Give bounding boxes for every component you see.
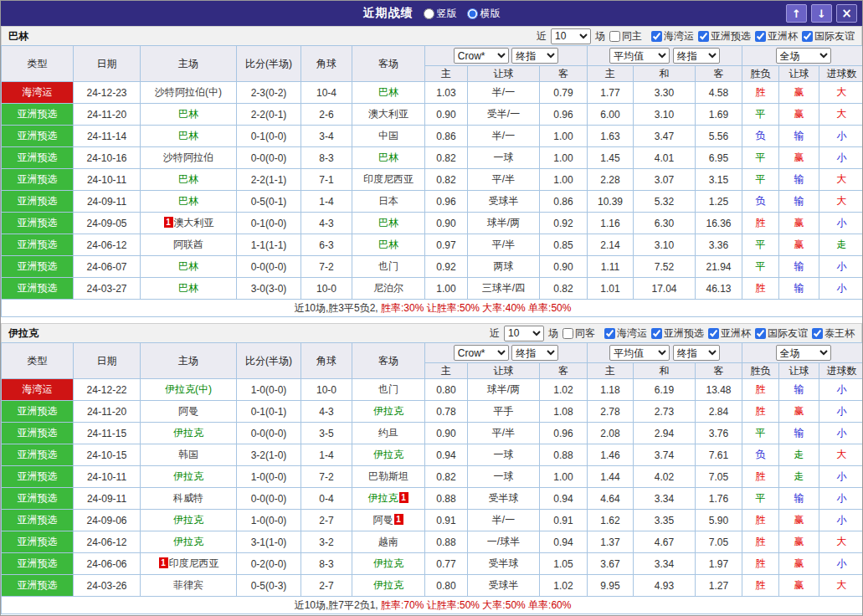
- odds-away: 0.94: [540, 488, 588, 510]
- odds-home: 1.00: [425, 278, 468, 300]
- same-venue-checkbox-input[interactable]: [562, 328, 573, 339]
- league-filter-input[interactable]: [651, 31, 662, 42]
- league-filter-checkbox[interactable]: 泰王杯: [812, 326, 855, 341]
- same-venue-checkbox-input[interactable]: [609, 31, 620, 42]
- team-name-text: 巴林: [178, 282, 198, 294]
- league-filter-input[interactable]: [812, 328, 823, 339]
- result-handicap: 走: [779, 444, 819, 466]
- avg-away: 16.36: [696, 213, 742, 234]
- match-count-select[interactable]: 10: [551, 28, 591, 44]
- league-filter-input[interactable]: [698, 31, 709, 42]
- scope-select[interactable]: 全场: [776, 345, 831, 361]
- result-goals: 小: [819, 213, 863, 234]
- league-filter-checkbox[interactable]: 亚洲预选: [698, 29, 751, 44]
- average-source-select[interactable]: 平均值: [609, 48, 670, 64]
- result-handicap: 赢: [779, 510, 819, 531]
- odds-source-select[interactable]: Crow*: [454, 345, 509, 361]
- layout-horizontal-radio-input[interactable]: [467, 8, 478, 19]
- league-filter-checkbox[interactable]: 海湾运: [604, 326, 647, 341]
- avg-draw: 3.30: [634, 82, 696, 104]
- match-type-badge: 海湾运: [2, 379, 74, 401]
- odds-away: 1.02: [540, 379, 588, 401]
- result-goals: 小: [819, 553, 863, 575]
- match-type-badge: 亚洲预选: [2, 213, 74, 234]
- layout-horizontal-radio[interactable]: 横版: [467, 7, 501, 21]
- result-handicap: 赢: [779, 401, 819, 423]
- odds-time-select[interactable]: 终指: [511, 48, 558, 64]
- league-filter-checkbox[interactable]: 亚洲杯: [755, 29, 798, 44]
- league-filter-input[interactable]: [755, 328, 766, 339]
- corner-count: 2-6: [301, 104, 352, 126]
- league-filter-input[interactable]: [708, 328, 719, 339]
- league-filter-checkbox[interactable]: 国际友谊: [802, 29, 855, 44]
- team-name-text: 巴林: [178, 173, 198, 185]
- sub-header-odds-away: 客: [540, 363, 588, 379]
- odds-time-select[interactable]: 终指: [511, 345, 558, 361]
- move-up-button[interactable]: ↑: [786, 4, 807, 23]
- table-header: 类型 日期 主场 比分(半场) 角球 客场 Crow* 终指 平均值 终指: [2, 343, 863, 379]
- league-filter-input[interactable]: [755, 31, 766, 42]
- odds-handicap: 受半球: [468, 488, 540, 510]
- away-team-cell: 尼泊尔: [352, 278, 425, 300]
- avg-draw: 2.94: [634, 423, 696, 444]
- avg-home: 1.37: [588, 531, 634, 553]
- league-filter-input[interactable]: [802, 31, 813, 42]
- match-type-badge: 亚洲预选: [2, 531, 74, 553]
- league-filter-checkbox[interactable]: 亚洲杯: [708, 326, 751, 341]
- league-filter-checkbox[interactable]: 亚洲预选: [651, 326, 704, 341]
- league-filter-label: 海湾运: [664, 29, 694, 44]
- result-goals: 小: [819, 256, 863, 278]
- result-goals: 大: [819, 444, 863, 466]
- team-name-text: 巴林: [378, 239, 398, 250]
- avg-home: 1.44: [588, 466, 634, 488]
- filters: 近 10 场 同客 海湾运亚洲预选亚洲杯国际友谊泰王杯: [490, 326, 855, 341]
- odds-source-select[interactable]: Crow*: [454, 48, 509, 64]
- average-source-select[interactable]: 平均值: [609, 345, 670, 361]
- same-venue-checkbox[interactable]: 同主: [609, 29, 642, 44]
- avg-away: 4.58: [696, 82, 742, 104]
- team-name-text: 伊拉克(中): [165, 383, 212, 395]
- same-venue-checkbox[interactable]: 同客: [562, 326, 595, 341]
- result-winloss: 胜: [742, 531, 779, 553]
- layout-vertical-radio-input[interactable]: [424, 8, 434, 19]
- odds-handicap: 受半球: [468, 553, 540, 575]
- team-name-text: 尼泊尔: [373, 282, 403, 294]
- avg-away: 5.90: [696, 510, 742, 531]
- result-goals: 小: [819, 510, 863, 531]
- avg-away: 1.69: [696, 104, 742, 126]
- avg-away: 1.25: [696, 191, 742, 213]
- close-button[interactable]: ×: [836, 4, 857, 23]
- odds-away: 0.88: [540, 444, 588, 466]
- result-winloss: 负: [742, 126, 779, 147]
- average-time-select[interactable]: 终指: [673, 48, 720, 64]
- odds-handicap: 半/一: [468, 82, 540, 104]
- layout-vertical-label: 竖版: [437, 7, 457, 21]
- corner-count: 8-3: [301, 553, 352, 575]
- col-header-home: 主场: [141, 46, 237, 82]
- result-handicap: 赢: [779, 553, 819, 575]
- league-filter-checkbox[interactable]: 海湾运: [651, 29, 694, 44]
- layout-vertical-radio[interactable]: 竖版: [424, 7, 457, 21]
- match-count-select[interactable]: 10: [504, 326, 544, 341]
- average-time-select[interactable]: 终指: [673, 345, 720, 361]
- home-team-cell: 伊拉克: [141, 423, 237, 444]
- result-goals: 小: [819, 147, 863, 169]
- avg-draw: 3.34: [634, 488, 696, 510]
- result-winloss: 胜: [742, 278, 779, 300]
- away-team-cell: 也门: [352, 379, 425, 401]
- table-row: 亚洲预选 24-10-15 韩国 3-2(1-0) 1-4 伊拉克 0.94 一…: [2, 444, 863, 466]
- move-down-button[interactable]: ↓: [811, 4, 832, 23]
- scope-select[interactable]: 全场: [776, 48, 831, 64]
- result-winloss: 胜: [742, 510, 779, 531]
- team-name-text: 韩国: [178, 449, 198, 460]
- team-name-text: 日本: [378, 195, 398, 207]
- avg-home: 1.63: [588, 126, 634, 147]
- match-type-badge: 亚洲预选: [2, 488, 74, 510]
- league-filter-checkbox[interactable]: 国际友谊: [755, 326, 808, 341]
- league-filter-input[interactable]: [604, 328, 615, 339]
- league-filter-label: 泰王杯: [824, 326, 855, 341]
- league-filter-label: 亚洲杯: [768, 29, 798, 44]
- league-filter-input[interactable]: [651, 328, 662, 339]
- col-header-date: 日期: [74, 343, 141, 379]
- avg-away: 2.84: [696, 401, 742, 423]
